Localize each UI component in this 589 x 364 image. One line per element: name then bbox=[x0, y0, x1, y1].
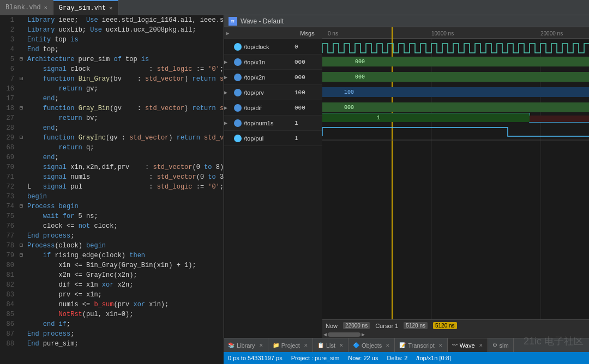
svg-rect-19 bbox=[530, 116, 589, 122]
code-line-28: end; bbox=[20, 123, 224, 133]
line-number-76: 76 bbox=[0, 221, 14, 231]
tab-gray-sim-vht[interactable]: Gray_sim.vht ✕ bbox=[53, 0, 118, 15]
bottom-tab-close-4[interactable]: ✕ bbox=[438, 343, 443, 348]
code-line-5: ⊟Architecture pure_sim of top is bbox=[20, 54, 224, 64]
code-line-81: x2n <= GrayInc(x2n); bbox=[20, 270, 224, 280]
signal-expand-2[interactable]: ▶ bbox=[224, 74, 232, 81]
code-line-75: wait for 5 ns; bbox=[20, 211, 224, 221]
code-lines: 1234567161718272829686970717273747576777… bbox=[0, 15, 224, 364]
main-area: 1234567161718272829686970717273747576777… bbox=[0, 15, 589, 364]
code-text-1: Library ieee; Use ieee.std_logic_1164.al… bbox=[27, 15, 224, 25]
signal-icon-1 bbox=[234, 58, 242, 66]
status-time-range: 0 ps to 54331197 ps bbox=[228, 355, 283, 361]
code-line-87: End process; bbox=[20, 329, 224, 339]
fold-icon-78[interactable]: ⊟ bbox=[20, 241, 27, 251]
svg-rect-12 bbox=[322, 87, 392, 97]
bottom-tab-sim[interactable]: ⚙sim bbox=[488, 338, 514, 353]
signal-icon-6 bbox=[234, 135, 242, 142]
code-line-72: L signal pul : std_logic := '0'; bbox=[20, 182, 224, 192]
bottom-tab-label-0: Library bbox=[237, 342, 255, 349]
code-text-73: begin bbox=[27, 192, 47, 202]
code-line-85: NotRst(pul, x1n=0); bbox=[20, 310, 224, 319]
code-line-4: End top; bbox=[20, 45, 224, 54]
watermark: 21ic 电子社区 bbox=[524, 335, 584, 348]
wave-traces-svg: 000 000 100 bbox=[322, 39, 589, 319]
code-text-4: End top; bbox=[27, 45, 59, 54]
signal-name-4: /top/dif bbox=[244, 105, 292, 111]
bottom-tab-close-5[interactable]: ✕ bbox=[479, 343, 483, 348]
code-line-1: Library ieee; Use ieee.std_logic_1164.al… bbox=[20, 15, 224, 25]
signal-row-1[interactable]: ▶/top/x1n000 bbox=[224, 54, 322, 70]
bottom-tab-transcript[interactable]: 📝Transcript✕ bbox=[395, 338, 448, 353]
signal-expand-0[interactable] bbox=[224, 44, 232, 50]
fold-icon-29[interactable]: ⊟ bbox=[20, 133, 27, 143]
signal-name-0: /top/clock bbox=[244, 44, 292, 50]
signal-row-3[interactable]: ▶/top/prv100 bbox=[224, 85, 322, 100]
code-text-87: End process; bbox=[27, 329, 74, 339]
fold-icon-7[interactable]: ⊟ bbox=[20, 74, 27, 84]
line-number-72: 72 bbox=[0, 182, 14, 192]
signal-value-3: 100 bbox=[292, 89, 322, 96]
fold-icon-74[interactable]: ⊟ bbox=[20, 202, 27, 211]
wave-title: Wave - Default bbox=[241, 17, 284, 25]
wave-bottom: Now 22000 ns Cursor 1 5120 ns 5120 ns bbox=[322, 319, 589, 331]
bottom-tab-close-3[interactable]: ✕ bbox=[386, 343, 390, 348]
code-text-2: Library ucxLib; Use ucxLib.ucx_2008pkg.a… bbox=[27, 25, 196, 35]
signal-expand-1[interactable]: ▶ bbox=[224, 59, 232, 65]
wave-icon: ≋ bbox=[229, 17, 237, 26]
code-text-17: end; bbox=[27, 94, 59, 104]
code-editor[interactable]: 1234567161718272829686970717273747576777… bbox=[0, 15, 224, 364]
svg-text:10000 ns: 10000 ns bbox=[431, 31, 454, 37]
signal-expand-3[interactable]: ▶ bbox=[224, 89, 232, 96]
code-line-82: dif <= x1n xor x2n; bbox=[20, 280, 224, 290]
wave-display[interactable]: 0 ns 10000 ns 20000 ns bbox=[322, 27, 589, 338]
signal-expand-5[interactable]: ▶ bbox=[224, 120, 232, 126]
bottom-tab-library[interactable]: 📚Library✕ bbox=[224, 338, 268, 353]
fold-icon-18[interactable]: ⊟ bbox=[20, 104, 27, 113]
wave-time-header: 0 ns 10000 ns 20000 ns bbox=[322, 27, 589, 39]
bottom-tab-label-5: Wave bbox=[460, 342, 475, 349]
line-number-83: 83 bbox=[0, 290, 14, 300]
bottom-tab-objects[interactable]: 🔷Objects✕ bbox=[348, 338, 395, 353]
tab-blank-vhd[interactable]: Blank.vhd ✕ bbox=[0, 0, 53, 15]
signal-row-5[interactable]: ▶/top/num1s1 bbox=[224, 116, 322, 131]
scroll-left[interactable]: ◀ bbox=[323, 331, 327, 338]
bottom-tab-icon-1: 📁 bbox=[273, 342, 279, 348]
code-content[interactable]: Library ieee; Use ieee.std_logic_1164.al… bbox=[17, 15, 224, 364]
tab-blank-vhd-close[interactable]: ✕ bbox=[44, 4, 47, 11]
wave-signal-header: ▶ Msgs bbox=[224, 27, 322, 39]
bottom-tab-wave[interactable]: 〰Wave✕ bbox=[448, 338, 488, 353]
bottom-tab-list[interactable]: 📋List✕ bbox=[313, 338, 348, 353]
code-text-68: return q; bbox=[27, 143, 94, 153]
fold-icon-5[interactable]: ⊟ bbox=[20, 54, 27, 64]
tab-bar: Blank.vhd ✕ Gray_sim.vht ✕ bbox=[0, 0, 589, 15]
signal-row-2[interactable]: ▶/top/x2n000 bbox=[224, 70, 322, 85]
signal-row-4[interactable]: ▶/top/dif000 bbox=[224, 100, 322, 116]
line-number-78: 78 bbox=[0, 241, 14, 251]
signal-row-0[interactable]: /top/clock0 bbox=[224, 39, 322, 54]
bottom-tab-close-2[interactable]: ✕ bbox=[339, 343, 344, 348]
tab-gray-sim-vht-close[interactable]: ✕ bbox=[109, 5, 112, 11]
fold-icon-79[interactable]: ⊟ bbox=[20, 251, 27, 260]
code-text-84: num1s <= b_sum(prv xor x1n); bbox=[27, 300, 169, 310]
trace-x2n: 000 bbox=[322, 72, 589, 82]
signal-value-0: 0 bbox=[292, 44, 322, 50]
bottom-tab-close-0[interactable]: ✕ bbox=[259, 343, 263, 348]
line-number-27: 27 bbox=[0, 113, 14, 123]
line-number-17: 17 bbox=[0, 94, 14, 104]
code-text-77: End process; bbox=[27, 231, 74, 241]
code-line-7: ⊟ function Bin_Gray(bv : std_vector) ret… bbox=[20, 74, 224, 84]
code-line-83: prv <= x1n; bbox=[20, 290, 224, 300]
scroll-right[interactable]: ▶ bbox=[362, 331, 365, 338]
now-label: Now bbox=[326, 323, 338, 329]
bottom-tab-close-1[interactable]: ✕ bbox=[304, 343, 308, 348]
wave-titlebar: ≋ Wave - Default bbox=[224, 15, 589, 27]
svg-text:20000 ns: 20000 ns bbox=[540, 31, 563, 37]
line-number-74: 74 bbox=[0, 202, 14, 211]
signal-expand-4[interactable]: ▶ bbox=[224, 105, 232, 111]
bottom-tab-project[interactable]: 📁Project✕ bbox=[268, 338, 313, 353]
scrollbar-thumb[interactable] bbox=[328, 332, 360, 337]
signal-row-6[interactable]: /top/pul1 bbox=[224, 131, 322, 146]
signal-expand-6[interactable] bbox=[224, 135, 232, 141]
code-line-77: End process; bbox=[20, 231, 224, 241]
